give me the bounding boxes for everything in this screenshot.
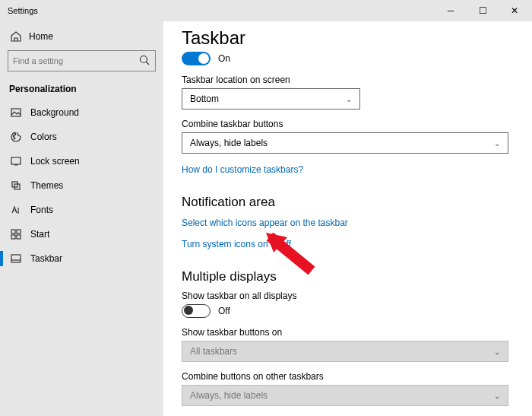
window-title: Settings — [8, 6, 435, 15]
chevron-down-icon: ⌄ — [346, 95, 352, 103]
sidebar: Home Personalization Background Colors L… — [0, 21, 163, 416]
svg-point-2 — [13, 135, 14, 137]
sidebar-item-label: Background — [30, 107, 79, 118]
toggle-state: Off — [218, 306, 230, 316]
sidebar-item-themes[interactable]: Themes — [0, 173, 163, 198]
system-icons-link[interactable]: Turn system icons on or off — [182, 239, 514, 249]
show-all-displays-label: Show taskbar on all displays — [182, 291, 514, 301]
show-buttons-on-label: Show taskbar buttons on — [182, 327, 514, 338]
taskbar-icon — [9, 252, 23, 265]
sidebar-item-label: Fonts — [30, 205, 53, 215]
lock-screen-icon — [9, 155, 23, 167]
home-button[interactable]: Home — [0, 27, 163, 49]
search-icon — [138, 54, 150, 68]
svg-rect-9 — [17, 230, 21, 233]
titlebar: Settings ─ ☐ ✕ — [0, 0, 532, 21]
sidebar-item-fonts[interactable]: Fonts — [0, 198, 163, 222]
select-value: Always, hide labels — [190, 390, 268, 401]
sidebar-item-label: Colors — [30, 132, 57, 142]
chevron-down-icon: ⌄ — [494, 392, 500, 400]
customize-taskbars-link[interactable]: How do I customize taskbars? — [182, 164, 514, 175]
minimize-button[interactable]: ─ — [435, 0, 467, 21]
page-title: Taskbar — [182, 27, 514, 49]
sidebar-item-colors[interactable]: Colors — [0, 125, 163, 149]
svg-rect-12 — [11, 255, 21, 262]
section-heading: Personalization — [0, 79, 163, 100]
svg-rect-10 — [11, 235, 15, 239]
content-area: Taskbar On Taskbar location on screen Bo… — [163, 21, 532, 416]
svg-rect-5 — [11, 157, 21, 164]
sidebar-item-label: Themes — [30, 180, 63, 191]
sidebar-item-label: Start — [30, 229, 49, 240]
toggle-switch-off[interactable] — [182, 304, 211, 318]
select-value: All taskbars — [190, 346, 237, 357]
select-icons-link[interactable]: Select which icons appear on the taskbar — [182, 218, 514, 228]
svg-rect-1 — [11, 109, 21, 116]
themes-icon — [9, 179, 23, 192]
combine-other-label: Combine buttons on other taskbars — [182, 371, 514, 382]
sidebar-item-background[interactable]: Background — [0, 100, 163, 125]
combine-buttons-select[interactable]: Always, hide labels ⌄ — [182, 132, 508, 154]
multiple-displays-heading: Multiple displays — [182, 269, 514, 284]
sidebar-item-label: Taskbar — [30, 253, 62, 264]
home-label: Home — [29, 31, 53, 42]
picture-icon — [9, 106, 23, 119]
search-box[interactable] — [8, 50, 156, 71]
close-button[interactable]: ✕ — [499, 0, 530, 21]
taskbar-location-select[interactable]: Bottom ⌄ — [182, 88, 360, 110]
taskbar-location-label: Taskbar location on screen — [182, 75, 514, 85]
combine-buttons-label: Combine taskbar buttons — [182, 119, 514, 129]
combine-other-select: Always, hide labels ⌄ — [182, 385, 508, 406]
svg-rect-11 — [17, 235, 21, 239]
start-icon — [9, 228, 23, 240]
home-icon — [9, 30, 23, 43]
select-value: Bottom — [190, 94, 219, 104]
notification-area-heading: Notification area — [182, 195, 514, 210]
maximize-button[interactable]: ☐ — [467, 0, 499, 21]
chevron-down-icon: ⌄ — [494, 139, 500, 148]
sidebar-item-start[interactable]: Start — [0, 222, 163, 246]
svg-point-3 — [14, 134, 16, 135]
svg-point-4 — [14, 138, 15, 139]
toggle-switch-on[interactable] — [182, 52, 211, 65]
fonts-icon — [9, 204, 23, 216]
palette-icon — [9, 131, 23, 143]
sidebar-item-taskbar[interactable]: Taskbar — [0, 246, 163, 271]
svg-point-0 — [141, 56, 147, 63]
sidebar-item-lock-screen[interactable]: Lock screen — [0, 149, 163, 173]
search-input[interactable] — [13, 56, 138, 65]
svg-rect-8 — [11, 230, 15, 233]
select-value: Always, hide labels — [190, 138, 268, 148]
show-buttons-on-select: All taskbars ⌄ — [182, 341, 508, 362]
toggle-state: On — [218, 53, 230, 64]
chevron-down-icon: ⌄ — [494, 348, 500, 356]
sidebar-item-label: Lock screen — [30, 156, 80, 167]
